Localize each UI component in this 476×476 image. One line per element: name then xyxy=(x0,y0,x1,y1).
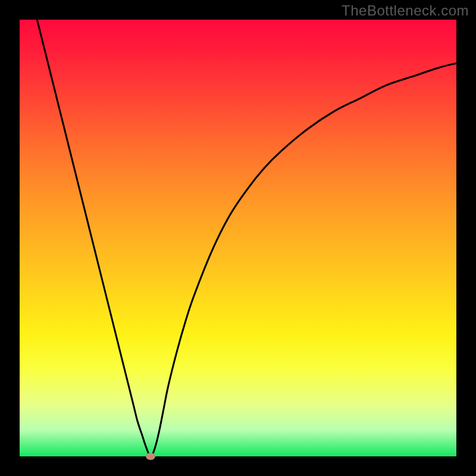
plot-area xyxy=(20,20,456,456)
curve-svg xyxy=(20,20,456,456)
bottleneck-curve xyxy=(37,20,456,456)
watermark-text: TheBottleneck.com xyxy=(342,2,469,19)
chart-container: TheBottleneck.com xyxy=(0,0,476,476)
minimum-marker-icon xyxy=(146,453,155,460)
